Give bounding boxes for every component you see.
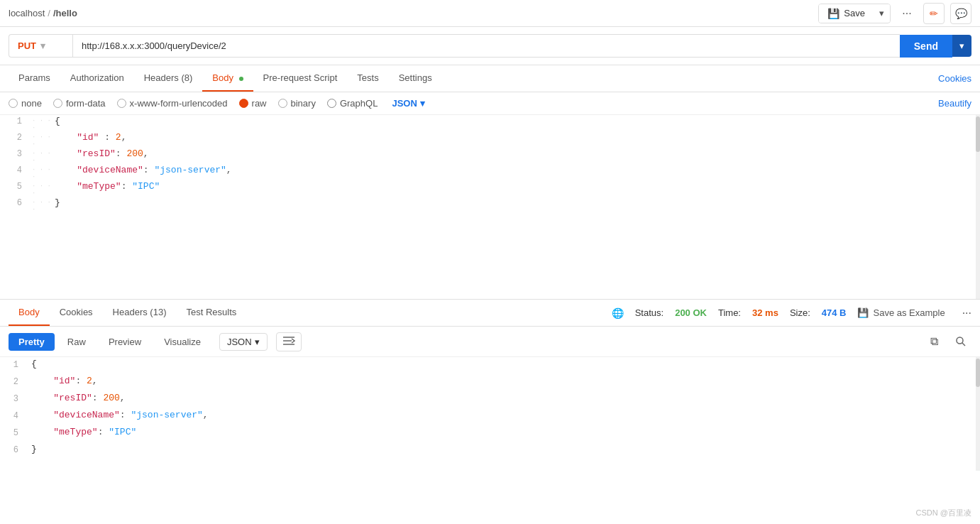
- size-value: 474 B: [822, 307, 847, 318]
- tab-tests[interactable]: Tests: [347, 65, 388, 92]
- code-line-2: 2 · · · · "id" : 2,: [0, 131, 980, 148]
- response-tab-cookies[interactable]: Cookies: [50, 300, 103, 326]
- code-line-5: 5 · · · · "meType": "IPC": [0, 180, 980, 197]
- resp-line-4: 4 "deviceName": "json-server",: [0, 408, 980, 425]
- resp-sub-preview[interactable]: Preview: [99, 333, 151, 351]
- resp-line-1: 1 {: [0, 357, 980, 374]
- resp-json-label: JSON: [227, 337, 252, 347]
- breadcrumb-host: localhost: [9, 8, 45, 18]
- edit-button[interactable]: ✏: [923, 3, 945, 24]
- response-sub-tab-bar: Pretty Raw Preview Visualize JSON ▾ ⧉: [0, 327, 980, 357]
- method-select[interactable]: PUT ▾: [9, 34, 72, 58]
- resp-line-3: 3 "resID": 200,: [0, 391, 980, 408]
- resp-line-6: 6 }: [0, 442, 980, 459]
- resp-line-2: 2 "id": 2,: [0, 374, 980, 391]
- body-type-binary[interactable]: binary: [278, 98, 316, 109]
- breadcrumb-current: /hello: [53, 8, 77, 18]
- resp-line-5: 5 "meType": "IPC": [0, 425, 980, 442]
- copy-button[interactable]: ⧉: [923, 331, 945, 352]
- save-as-example-button[interactable]: 💾 Save as Example: [857, 307, 945, 318]
- resp-sub-raw[interactable]: Raw: [57, 333, 96, 351]
- radio-urlencoded: [117, 99, 126, 108]
- code-line-4: 4 · · · · "deviceName": "json-server",: [0, 164, 980, 180]
- globe-icon: 🌐: [612, 307, 624, 319]
- radio-none: [9, 99, 18, 108]
- resp-sub-visualize[interactable]: Visualize: [154, 333, 211, 351]
- code-line-3: 3 · · · · "resID": 200,: [0, 148, 980, 164]
- breadcrumb-sep: /: [48, 8, 50, 18]
- url-bar: PUT ▾ Send ▾: [0, 27, 980, 65]
- comment-button[interactable]: 💬: [950, 3, 971, 24]
- time-value: 32 ms: [752, 307, 778, 318]
- tab-settings[interactable]: Settings: [389, 65, 442, 92]
- code-line-1: 1 · · · · {: [0, 115, 980, 131]
- code-line-6: 6 · · · · }: [0, 197, 980, 213]
- save-icon-resp: 💾: [857, 307, 869, 318]
- search-icon: [955, 336, 967, 347]
- send-label: Send: [914, 40, 938, 52]
- tab-params[interactable]: Params: [9, 65, 60, 92]
- resp-sub-pretty[interactable]: Pretty: [9, 333, 55, 351]
- response-panel: Body Cookies Headers (13) Test Results 🌐…: [0, 300, 980, 471]
- radio-formdata: [53, 99, 62, 108]
- beautify-button[interactable]: Beautify: [938, 98, 971, 109]
- json-type-label: JSON: [392, 98, 417, 109]
- cookies-link[interactable]: Cookies: [938, 73, 971, 84]
- response-tab-body[interactable]: Body: [9, 300, 50, 326]
- resp-json-dropdown[interactable]: JSON ▾: [219, 333, 268, 351]
- response-tab-test-results[interactable]: Test Results: [176, 300, 246, 326]
- radio-raw: [239, 99, 248, 108]
- resp-scrollbar-track: [976, 357, 980, 471]
- wrap-icon: [282, 336, 295, 346]
- comment-icon: 💬: [955, 8, 967, 19]
- svg-line-4: [962, 343, 965, 346]
- radio-binary: [278, 99, 287, 108]
- scrollbar-thumb: [976, 116, 980, 152]
- resp-scrollbar-thumb: [976, 359, 980, 387]
- body-dot: [239, 77, 243, 81]
- url-input[interactable]: [72, 34, 900, 58]
- response-more-button[interactable]: ···: [962, 307, 971, 320]
- body-type-urlencoded[interactable]: x-www-form-urlencoded: [117, 98, 228, 109]
- pencil-icon: ✏: [930, 8, 938, 19]
- more-options-button[interactable]: ···: [896, 3, 918, 24]
- chevron-down-icon: ▾: [879, 8, 884, 18]
- body-type-formdata[interactable]: form-data: [53, 98, 106, 109]
- body-type-raw[interactable]: raw: [239, 98, 267, 109]
- top-actions: 💾 Save ▾ ··· ✏ 💬: [818, 3, 971, 24]
- json-dropdown-icon: ▾: [420, 98, 425, 109]
- request-tab-bar: Params Authorization Headers (8) Body Pr…: [0, 65, 980, 92]
- save-button-group: 💾 Save ▾: [818, 4, 891, 23]
- tab-headers[interactable]: Headers (8): [134, 65, 203, 92]
- save-dropdown-arrow[interactable]: ▾: [874, 4, 890, 22]
- body-type-graphql[interactable]: GraphQL: [327, 98, 378, 109]
- response-meta: 🌐 Status: 200 OK Time: 32 ms Size: 474 B…: [612, 307, 971, 320]
- body-type-none[interactable]: none: [9, 98, 42, 109]
- size-label: Size:: [790, 307, 810, 318]
- request-body-editor[interactable]: 1 · · · · { 2 · · · · "id" : 2, 3 · · · …: [0, 115, 980, 300]
- method-chevron-icon: ▾: [40, 40, 45, 51]
- breadcrumb: localhost / /hello: [9, 8, 77, 18]
- response-body-viewer: 1 { 2 "id": 2, 3 "resID": 200, 4 "device…: [0, 357, 980, 471]
- tab-authorization[interactable]: Authorization: [60, 65, 134, 92]
- send-button[interactable]: Send: [900, 35, 952, 58]
- tab-pre-request[interactable]: Pre-request Script: [253, 65, 348, 92]
- save-button[interactable]: 💾 Save: [819, 4, 874, 23]
- search-button[interactable]: [950, 331, 971, 352]
- time-label: Time:: [718, 307, 741, 318]
- status-value: 200 OK: [675, 307, 707, 318]
- resp-right-actions: ⧉: [923, 331, 971, 352]
- json-type-dropdown[interactable]: JSON ▾: [392, 98, 424, 109]
- wrap-button[interactable]: [276, 332, 302, 351]
- response-tab-bar: Body Cookies Headers (13) Test Results 🌐…: [0, 300, 980, 327]
- response-tab-headers[interactable]: Headers (13): [103, 300, 177, 326]
- resp-json-chevron-icon: ▾: [255, 337, 260, 347]
- save-example-label: Save as Example: [873, 307, 945, 318]
- send-dropdown-arrow[interactable]: ▾: [952, 35, 971, 57]
- more-icon: ···: [902, 7, 911, 20]
- send-arrow-icon: ▾: [959, 40, 964, 51]
- tab-body[interactable]: Body: [202, 65, 253, 92]
- svg-point-3: [957, 337, 963, 344]
- watermark: CSDN @百里凌: [916, 508, 971, 518]
- method-label: PUT: [18, 40, 36, 51]
